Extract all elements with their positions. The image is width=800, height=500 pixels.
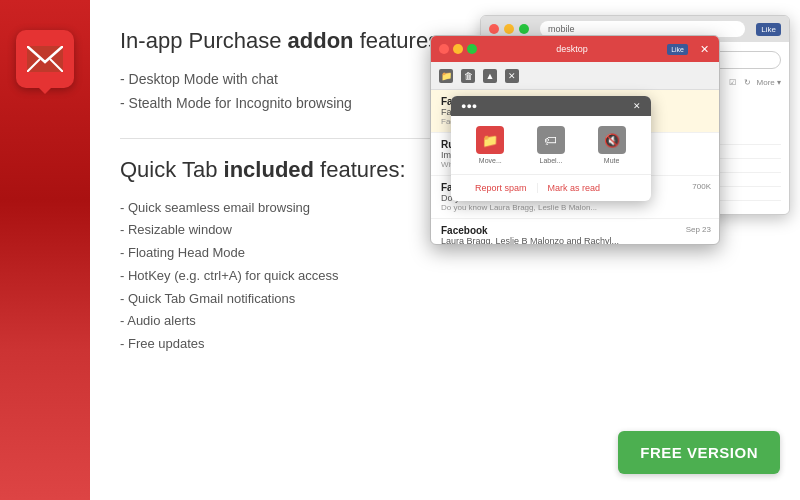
maximize-dot [519,24,529,34]
mark-read-action[interactable]: Mark as read [538,183,611,193]
included-title-bold: included [224,157,314,182]
app-title: desktop [482,44,662,54]
toolbar-icon[interactable]: 📁 [439,69,453,83]
app-close-dot [439,44,449,54]
mute-label: Mute [604,157,620,164]
app-like-btn[interactable]: Like [667,44,688,55]
left-sidebar [0,0,90,500]
screenshot-app: desktop Like ✕ 📁 🗑 ▲ ✕ Facebook Facebook… [430,35,720,245]
addon-title-bold: addon [288,28,354,53]
context-mute[interactable]: 🔇 Mute [598,126,626,164]
context-actions: Report spam Mark as read [451,175,651,201]
url-text: mobile [548,24,575,34]
included-title-prefix: Quick Tab [120,157,224,182]
email-preview: Do you know Laura Bragg, Leslie B Malon.… [441,203,709,212]
email-item[interactable]: Facebook Laura Bragg, Leslie B Malonzo a… [431,219,719,245]
free-version-button[interactable]: FREE VERSION [618,431,780,474]
email-sender: Facebook [441,225,709,236]
app-dots [439,44,477,54]
archive-icon[interactable]: 🗑 [461,69,475,83]
app-max-dot [467,44,477,54]
context-icons: 📁 Move... 🏷 Label... 🔇 Mute [451,116,651,175]
list-item: - HotKey (e.g. ctrl+A) for quick access [120,265,770,288]
list-item: - Audio alerts [120,310,770,333]
mute-icon: 🔇 [598,126,626,154]
close-dot [489,24,499,34]
close-icon[interactable]: ✕ [697,42,711,56]
app-min-dot [453,44,463,54]
label-icon[interactable]: ▲ [483,69,497,83]
included-title-suffix: features: [314,157,406,182]
minimize-dot [504,24,514,34]
screenshots-area: mobile Like Google Gmail ▾ ☑ ↻ More ▾ [430,15,790,245]
list-item: - Quick Tab Gmail notifications [120,288,770,311]
email-subject: Laura Bragg, Leslie B Malonzo and Rachyl… [441,236,709,245]
context-label[interactable]: 🏷 Label... [537,126,565,164]
context-menu-header: ●●● ✕ [451,96,651,116]
app-icon [16,30,74,88]
like-button[interactable]: Like [756,23,781,36]
email-date: Sep 23 [686,225,711,234]
context-move[interactable]: 📁 Move... [476,126,504,164]
context-close-icon[interactable]: ✕ [633,101,641,111]
context-menu-title: ●●● [461,101,477,111]
report-spam-action[interactable]: Report spam [465,183,538,193]
label-icon: 🏷 [537,126,565,154]
label-label: Label... [540,157,563,164]
addon-title-prefix: In-app Purchase [120,28,288,53]
move-icon[interactable]: ✕ [505,69,519,83]
list-item: - Floating Head Mode [120,242,770,265]
email-date: 700K [692,182,711,191]
mail-icon [27,46,63,72]
main-content: In-app Purchase addon features: - Deskto… [90,0,800,500]
list-item: - Free updates [120,333,770,356]
move-label: Move... [479,157,502,164]
app-titlebar: desktop Like ✕ [431,36,719,62]
move-icon: 📁 [476,126,504,154]
context-menu: ●●● ✕ 📁 Move... 🏷 Label... 🔇 Mute [451,96,651,201]
app-toolbar: 📁 🗑 ▲ ✕ [431,62,719,90]
